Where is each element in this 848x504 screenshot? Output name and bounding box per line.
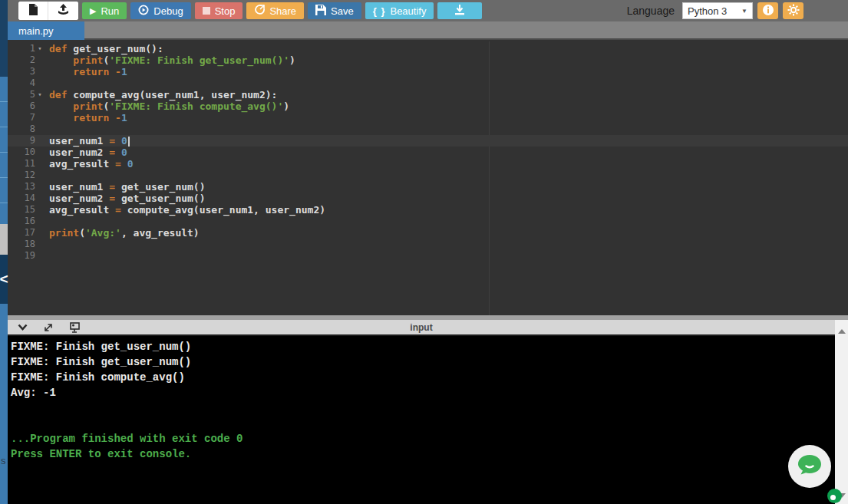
collapse-console-button[interactable]	[15, 322, 29, 333]
console-header: input	[8, 320, 835, 336]
chat-widget-button[interactable]	[788, 445, 831, 488]
console-line: Avg: -1	[11, 385, 835, 400]
fold-spacer	[35, 54, 45, 66]
line-number: 11	[8, 158, 35, 170]
sidebar-segment-buttons	[0, 77, 8, 224]
sidebar-segment-top	[0, 0, 8, 77]
code-lines: 1▾def get_user_num():2 print('FIXME: Fin…	[8, 43, 848, 262]
chat-badge-icon[interactable]	[827, 489, 842, 503]
scroll-up-icon[interactable]	[838, 329, 846, 334]
console-line: FIXME: Finish get_user_num()	[11, 339, 835, 354]
line-number: 10	[8, 147, 35, 158]
fold-spacer	[35, 204, 45, 216]
code-line: 19	[8, 250, 848, 262]
language-select[interactable]: Python 3 ▼	[682, 2, 753, 19]
code-text: return -1	[49, 66, 127, 77]
screen-share-icon[interactable]	[68, 322, 81, 333]
expand-console-button[interactable]	[41, 322, 55, 333]
code-line: 18	[8, 239, 848, 250]
fold-spacer	[35, 147, 45, 158]
language-value: Python 3	[688, 5, 727, 17]
code-text: avg_result = 0	[49, 158, 134, 170]
language-label: Language	[627, 5, 675, 17]
debug-button[interactable]: Debug	[130, 2, 190, 19]
save-button[interactable]: Save	[308, 2, 361, 19]
fold-spacer	[35, 193, 45, 204]
download-icon	[454, 5, 465, 18]
chevron-down-icon: ▼	[741, 8, 747, 15]
fold-spacer	[35, 158, 45, 170]
code-line: 13user_num1 = get_user_num()	[8, 181, 848, 193]
save-floppy-icon	[315, 5, 326, 18]
stop-square-icon	[203, 7, 210, 15]
share-button[interactable]: Share	[246, 2, 304, 19]
line-number: 8	[8, 124, 35, 135]
fold-spacer	[35, 227, 45, 239]
run-label: Run	[101, 5, 119, 17]
fold-spacer	[35, 124, 45, 135]
braces-icon: { }	[373, 5, 386, 17]
code-text: user_num1 = 0	[49, 135, 130, 147]
code-text: def compute_avg(user_num1, user_num2):	[49, 89, 277, 100]
code-line: 9user_num1 = 0	[8, 135, 848, 147]
fold-spacer	[35, 66, 45, 77]
debug-label: Debug	[153, 5, 183, 17]
stop-button[interactable]: Stop	[195, 2, 243, 19]
line-number: 4	[8, 77, 35, 89]
code-line: 8	[8, 124, 848, 135]
info-button[interactable]	[757, 2, 778, 19]
line-number: 15	[8, 204, 35, 216]
fold-spacer	[35, 77, 45, 89]
fold-spacer	[35, 216, 45, 227]
settings-button[interactable]	[783, 2, 803, 19]
line-number: 16	[8, 216, 35, 227]
sidebar-collapse-arrow-icon[interactable]: <	[0, 255, 8, 304]
code-text: user_num1 = get_user_num()	[49, 181, 206, 193]
upload-project-button[interactable]	[48, 2, 78, 20]
fold-spacer	[35, 250, 45, 262]
console-line: FIXME: Finish compute_avg()	[11, 370, 835, 385]
line-number: 19	[8, 250, 35, 262]
tab-main-py[interactable]: main.py	[8, 21, 84, 40]
code-editor[interactable]: 1▾def get_user_num():2 print('FIXME: Fin…	[8, 41, 848, 315]
download-button[interactable]	[437, 2, 482, 19]
fold-spacer	[35, 135, 45, 147]
tab-label: main.py	[18, 25, 54, 37]
sidebar-cut-text: s	[1, 455, 6, 466]
code-line: 6 print('FIXME: Finish compute_avg()')	[8, 100, 848, 112]
beautify-label: Beautify	[390, 5, 426, 17]
code-line: 11avg_result = 0	[8, 158, 848, 170]
code-text: avg_result = compute_avg(user_num1, user…	[49, 204, 325, 216]
code-line: 7 return -1	[8, 112, 848, 124]
upload-icon	[58, 4, 69, 18]
console-scrollbar[interactable]	[835, 320, 848, 504]
code-line: 4	[8, 77, 848, 89]
share-icon	[254, 5, 265, 18]
line-number: 2	[8, 54, 35, 66]
debug-play-circle-icon	[138, 5, 149, 18]
beautify-button[interactable]: { } Beautify	[365, 2, 434, 19]
code-line: 1▾def get_user_num():	[8, 43, 848, 54]
fold-caret-icon[interactable]: ▾	[35, 89, 45, 100]
code-text: print('FIXME: Finish compute_avg()')	[49, 100, 289, 112]
sidebar-segment-bottom: s	[0, 304, 8, 504]
toolbar-right-group: Language Python 3 ▼	[627, 2, 803, 19]
code-text: print('FIXME: Finish get_user_num()')	[49, 54, 295, 66]
code-text: user_num2 = 0	[49, 147, 127, 158]
console-output[interactable]: FIXME: Finish get_user_num()FIXME: Finis…	[8, 336, 835, 504]
fold-spacer	[35, 112, 45, 124]
line-number: 3	[8, 66, 35, 77]
code-line: 12	[8, 170, 848, 181]
fold-caret-icon[interactable]: ▾	[35, 43, 45, 54]
console-line	[11, 400, 835, 416]
code-line: 3 return -1	[8, 66, 848, 77]
share-label: Share	[269, 5, 296, 17]
code-line: 10user_num2 = 0	[8, 147, 848, 158]
console-title: input	[410, 322, 432, 333]
fold-spacer	[35, 181, 45, 193]
gear-icon	[787, 4, 800, 18]
new-file-button[interactable]	[18, 2, 48, 20]
run-button[interactable]: ▶ Run	[82, 2, 127, 19]
info-icon	[762, 4, 774, 18]
line-number: 12	[8, 170, 35, 181]
